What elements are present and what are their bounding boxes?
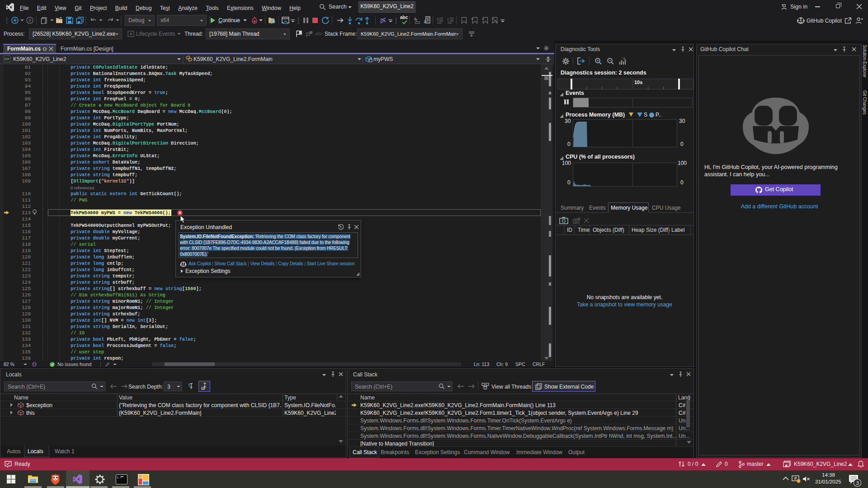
svg-text:3: 3 bbox=[856, 480, 859, 486]
svg-text:ab: ab bbox=[202, 387, 205, 390]
svg-text:C:\: C:\ bbox=[117, 476, 122, 479]
